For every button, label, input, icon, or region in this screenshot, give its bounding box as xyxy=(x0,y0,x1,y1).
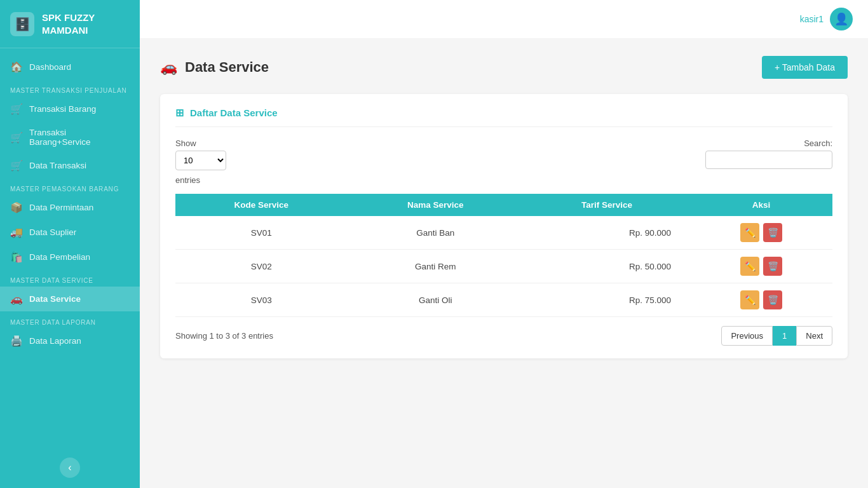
sidebar-item-data-service[interactable]: 🚗 Data Service xyxy=(0,287,140,311)
table-row: SV01 Ganti Ban Rp. 90.000 ✏️ 🗑️ xyxy=(175,216,832,250)
sidebar-header: 🗄️ SPK FUZZY MAMDANI xyxy=(0,0,140,48)
edit-button[interactable]: ✏️ xyxy=(740,290,759,309)
entries-label: entries xyxy=(175,175,226,185)
sidebar-collapse-area: ‹ xyxy=(0,450,140,488)
next-button[interactable]: Next xyxy=(796,326,832,346)
sidebar-item-data-permintaan[interactable]: 📦 Data Permintaan xyxy=(0,195,140,220)
bag-icon: 🛍️ xyxy=(10,251,23,263)
page-1-button[interactable]: 1 xyxy=(773,326,796,346)
avatar: 👤 xyxy=(830,8,853,30)
cell-tarif: Rp. 75.000 xyxy=(524,283,690,317)
section-label-transaksi: MASTER TRANSAKSI PENJUALAN xyxy=(0,79,140,97)
page-icon: 🚗 xyxy=(160,59,177,76)
section-label-pemasokan: MASTER PEMASOKAN BARANG xyxy=(0,178,140,195)
username-label: kasir1 xyxy=(800,14,824,24)
showing-info: Showing 1 to 3 of 3 entries xyxy=(175,331,273,341)
page-title-area: 🚗 Data Service xyxy=(160,59,269,76)
sidebar-item-label: Data Permintaan xyxy=(29,203,93,212)
add-data-button[interactable]: + Tambah Data xyxy=(762,56,848,79)
car-icon: 🚗 xyxy=(10,293,23,305)
sidebar-item-data-pembelian[interactable]: 🛍️ Data Pembelian xyxy=(0,245,140,269)
user-menu[interactable]: kasir1 👤 xyxy=(800,8,853,30)
cell-tarif: Rp. 90.000 xyxy=(524,216,690,250)
previous-button[interactable]: Previous xyxy=(721,326,773,346)
delete-button[interactable]: 🗑️ xyxy=(763,257,782,276)
show-entries-area: Show 10 25 50 100 entries xyxy=(175,139,226,185)
edit-button[interactable]: ✏️ xyxy=(740,257,759,276)
sidebar-item-data-suplier[interactable]: 🚚 Data Suplier xyxy=(0,220,140,245)
action-buttons: ✏️ 🗑️ xyxy=(699,290,824,309)
entries-select[interactable]: 10 25 50 100 xyxy=(175,151,226,170)
sidebar-item-dashboard[interactable]: 🏠 Dashboard xyxy=(0,55,140,79)
action-buttons: ✏️ 🗑️ xyxy=(699,223,824,242)
cell-aksi: ✏️ 🗑️ xyxy=(690,250,832,283)
table-controls: Show 10 25 50 100 entries Search: xyxy=(175,139,832,185)
cell-aksi: ✏️ 🗑️ xyxy=(690,216,832,250)
card-header-label: Daftar Data Service xyxy=(190,107,278,118)
cell-aksi: ✏️ 🗑️ xyxy=(690,283,832,317)
cart2-icon: 🛒 xyxy=(10,132,23,144)
sidebar-item-transaksi-barang-service[interactable]: 🛒 Transaksi Barang+Service xyxy=(0,121,140,153)
sidebar-item-label: Transaksi Barang+Service xyxy=(29,128,130,147)
main-content: kasir1 👤 🚗 Data Service + Tambah Data ⊞ … xyxy=(140,0,868,488)
col-aksi: Aksi xyxy=(690,194,832,216)
topbar: kasir1 👤 xyxy=(140,0,868,38)
sidebar-item-label: Data Service xyxy=(29,294,81,304)
cell-nama: Ganti Rem xyxy=(347,250,524,283)
sidebar-item-label: Data Transaksi xyxy=(29,161,86,170)
search-input[interactable] xyxy=(705,151,832,169)
cart-icon: 🛒 xyxy=(10,103,23,115)
col-tarif-service: Tarif Service xyxy=(524,194,690,216)
printer-icon: 🖨️ xyxy=(10,335,23,347)
sidebar-item-label: Data Suplier xyxy=(29,227,76,237)
collapse-sidebar-button[interactable]: ‹ xyxy=(60,458,80,478)
cell-nama: Ganti Ban xyxy=(347,216,524,250)
dashboard-icon: 🏠 xyxy=(10,61,23,73)
app-title: SPK FUZZY MAMDANI xyxy=(42,11,95,36)
section-label-laporan: MASTER DATA LAPORAN xyxy=(0,311,140,329)
sidebar-item-data-transaksi[interactable]: 🛒 Data Transaksi xyxy=(0,153,140,178)
card-header: ⊞ Daftar Data Service xyxy=(175,107,832,127)
section-label-service: MASTER DATA SERVICE xyxy=(0,269,140,287)
search-label: Search: xyxy=(804,139,832,148)
cell-kode: SV01 xyxy=(175,216,347,250)
app-logo: 🗄️ xyxy=(10,12,34,36)
table-row: SV02 Ganti Rem Rp. 50.000 ✏️ 🗑️ xyxy=(175,250,832,283)
show-label: Show xyxy=(175,139,226,148)
delete-button[interactable]: 🗑️ xyxy=(763,290,782,309)
table-footer: Showing 1 to 3 of 3 entries Previous 1 N… xyxy=(175,326,832,346)
sidebar-nav: 🏠 Dashboard MASTER TRANSAKSI PENJUALAN 🛒… xyxy=(0,48,140,450)
box-icon: 📦 xyxy=(10,201,23,214)
cell-kode: SV03 xyxy=(175,283,347,317)
data-service-card: ⊞ Daftar Data Service Show 10 25 50 100 … xyxy=(160,94,848,358)
table-icon: ⊞ xyxy=(175,107,184,119)
sidebar-item-label: Data Laporan xyxy=(29,336,81,346)
truck-icon: 🚚 xyxy=(10,226,23,238)
sidebar-item-transaksi-barang[interactable]: 🛒 Transaksi Barang xyxy=(0,97,140,121)
sidebar-item-label: Dashboard xyxy=(29,62,71,72)
page-content: 🚗 Data Service + Tambah Data ⊞ Daftar Da… xyxy=(140,38,868,488)
table-row: SV03 Ganti Oli Rp. 75.000 ✏️ 🗑️ xyxy=(175,283,832,317)
col-kode-service: Kode Service xyxy=(175,194,347,216)
cell-tarif: Rp. 50.000 xyxy=(524,250,690,283)
sidebar-item-data-laporan[interactable]: 🖨️ Data Laporan xyxy=(0,329,140,353)
cell-kode: SV02 xyxy=(175,250,347,283)
col-nama-service: Nama Service xyxy=(347,194,524,216)
cell-nama: Ganti Oli xyxy=(347,283,524,317)
page-header: 🚗 Data Service + Tambah Data xyxy=(160,56,848,79)
edit-button[interactable]: ✏️ xyxy=(740,223,759,242)
service-table: Kode Service Nama Service Tarif Service … xyxy=(175,194,832,317)
page-title: Data Service xyxy=(185,59,269,76)
action-buttons: ✏️ 🗑️ xyxy=(699,257,824,276)
pagination: Previous 1 Next xyxy=(721,326,832,346)
sidebar: 🗄️ SPK FUZZY MAMDANI 🏠 Dashboard MASTER … xyxy=(0,0,140,488)
delete-button[interactable]: 🗑️ xyxy=(763,223,782,242)
cart3-icon: 🛒 xyxy=(10,159,23,172)
sidebar-item-label: Data Pembelian xyxy=(29,252,90,262)
search-area: Search: xyxy=(705,139,832,169)
sidebar-item-label: Transaksi Barang xyxy=(29,104,96,114)
